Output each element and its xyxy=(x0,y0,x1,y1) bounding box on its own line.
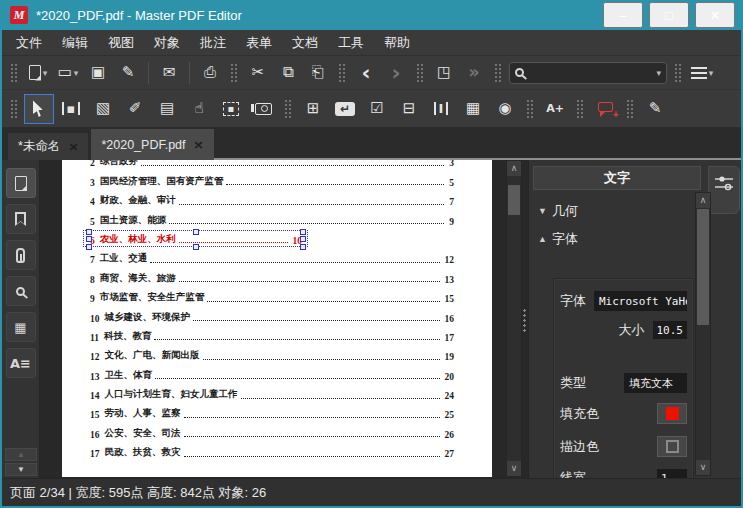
toc-row-13[interactable]: 13卫生、体育20 xyxy=(90,362,454,381)
checkbox-field-button[interactable]: ☑ xyxy=(362,94,392,124)
document-scrollbar[interactable]: ∧ ∨ xyxy=(506,160,522,477)
toc-row-15[interactable]: 15劳动、人事、监察25 xyxy=(90,401,454,420)
toolbar-drag-handle[interactable] xyxy=(626,99,634,119)
toc-row-17[interactable]: 17民政、扶贫、救灾27 xyxy=(90,440,454,459)
menu-item-6[interactable]: 文档 xyxy=(282,30,328,56)
section-geometry[interactable]: 几何 xyxy=(538,202,695,220)
scroll-down-icon[interactable]: ∨ xyxy=(696,460,710,475)
toc-row-5[interactable]: 5国土资源、能源9 xyxy=(90,207,454,226)
toc-row-8[interactable]: 8商贸、海关、旅游13 xyxy=(90,265,454,284)
back-button[interactable]: ‹ xyxy=(352,59,380,87)
sidebar-search-panel-button[interactable] xyxy=(6,276,36,306)
select-tool-button[interactable] xyxy=(24,94,54,124)
zoom-selection-button[interactable]: ◳ xyxy=(430,59,458,87)
edit-path-tool-button[interactable]: ✐ xyxy=(120,94,150,124)
stroke-color-button[interactable] xyxy=(657,436,687,457)
text-field-button[interactable]: I xyxy=(426,94,456,124)
selection-handle-ml[interactable] xyxy=(86,236,92,242)
menu-item-8[interactable]: 帮助 xyxy=(374,30,420,56)
menu-item-3[interactable]: 对象 xyxy=(144,30,190,56)
toc-row-12[interactable]: 12文化、广电、新闻出版19 xyxy=(90,343,454,362)
menu-item-4[interactable]: 批注 xyxy=(190,30,236,56)
new-document-button[interactable]: ▾ xyxy=(24,59,52,87)
toc-row-2[interactable]: 2综合政务3 xyxy=(90,160,454,168)
panel-scrollbar[interactable]: ∧ ∨ xyxy=(695,192,711,476)
tab-close-icon[interactable] xyxy=(194,138,204,151)
properties-tab[interactable] xyxy=(708,166,740,214)
document-tab-0[interactable]: *未命名 xyxy=(8,133,88,160)
scrollbar-thumb[interactable] xyxy=(697,209,709,325)
toolbar-drag-handle[interactable] xyxy=(674,63,682,83)
toc-row-14[interactable]: 14人口与计划生育、妇女儿童工作24 xyxy=(90,382,454,401)
forward-button[interactable]: › xyxy=(382,59,410,87)
listbox-field-button[interactable]: ▦ xyxy=(458,94,488,124)
font-size-input[interactable]: 10.5 xyxy=(653,321,688,339)
email-button[interactable]: ✉ xyxy=(155,59,183,87)
combobox-field-button[interactable]: ⊟ xyxy=(394,94,424,124)
line-width-input[interactable]: 1 xyxy=(657,469,687,478)
search-input[interactable] xyxy=(528,65,650,81)
minimize-button[interactable]: – xyxy=(603,2,643,28)
selection-handle-bl[interactable] xyxy=(86,244,92,250)
selection-handle-bm[interactable] xyxy=(193,244,199,250)
toc-row-4[interactable]: 4财政、金融、审计7 xyxy=(90,188,454,207)
hand-tool-button[interactable]: ☝ xyxy=(184,94,214,124)
selection-handle-tm[interactable] xyxy=(193,229,199,235)
toolbar-drag-handle[interactable] xyxy=(284,99,292,119)
edit-text-tool-button[interactable]: ▪ xyxy=(56,94,86,124)
selection-handle-tl[interactable] xyxy=(86,229,92,235)
dropdown-arrow-icon[interactable]: ▾ xyxy=(656,68,661,78)
toolbar-drag-handle[interactable] xyxy=(338,63,346,83)
sticky-note-tool-button[interactable] xyxy=(590,94,620,124)
section-font[interactable]: 字体 xyxy=(538,230,695,248)
scroll-up-icon[interactable]: ∧ xyxy=(696,193,710,208)
sidebar-pages-panel-button[interactable] xyxy=(6,168,36,198)
fill-color-button[interactable] xyxy=(657,403,687,424)
menu-item-7[interactable]: 工具 xyxy=(328,30,374,56)
next-view-button[interactable]: » xyxy=(460,59,488,87)
open-document-button[interactable]: ▭▾ xyxy=(54,59,82,87)
scroll-down-icon[interactable]: ∨ xyxy=(507,461,521,476)
close-button[interactable]: ✕ xyxy=(695,2,735,28)
toc-row-3[interactable]: 3国民经济管理、国有资产监管5 xyxy=(90,168,454,187)
toc-row-7[interactable]: 7工业、交通12 xyxy=(90,246,454,265)
paste-button[interactable]: ⎗ xyxy=(304,59,332,87)
menu-item-1[interactable]: 编辑 xyxy=(52,30,98,56)
select-area-tool-button[interactable]: ▪ xyxy=(216,94,246,124)
save-as-button[interactable]: ✎ xyxy=(114,59,142,87)
toolbar-drag-handle[interactable] xyxy=(494,63,502,83)
print-button[interactable]: ⎙ xyxy=(196,59,224,87)
copy-button[interactable]: ⧉ xyxy=(274,59,302,87)
highlight-tool-button[interactable]: ✎ xyxy=(640,94,670,124)
toolbar-drag-handle[interactable] xyxy=(10,99,18,119)
edit-image-tool-button[interactable]: ▧ xyxy=(88,94,118,124)
sidebar-attachments-panel-button[interactable] xyxy=(6,240,36,270)
toc-row-10[interactable]: 10城乡建设、环境保护16 xyxy=(90,304,454,323)
toolbar-drag-handle[interactable] xyxy=(526,99,534,119)
toc-row-9[interactable]: 9市场监管、安全生产监管15 xyxy=(90,285,454,304)
menu-item-0[interactable]: 文件 xyxy=(6,30,52,56)
sidebar-layers-panel-button[interactable]: ▦ xyxy=(6,312,36,342)
selection-handle-br[interactable] xyxy=(300,244,306,250)
sidebar-scroll-up-icon[interactable]: ▲ xyxy=(5,448,37,461)
selected-text-object[interactable]: 6农业、林业、水利10 xyxy=(90,233,302,246)
sidebar-forms-panel-button[interactable]: A≡ xyxy=(6,348,36,378)
selection-handle-tr[interactable] xyxy=(300,229,306,235)
text-type-select[interactable]: 填充文本 xyxy=(624,373,687,393)
toc-row-11[interactable]: 11科技、教育17 xyxy=(90,324,454,343)
add-text-annotation-button[interactable]: A+ xyxy=(540,94,570,124)
tab-close-icon[interactable] xyxy=(68,140,78,153)
toolbar-drag-handle[interactable] xyxy=(416,63,424,83)
toolbar-drag-handle[interactable] xyxy=(230,63,238,83)
toolbar-drag-handle[interactable] xyxy=(576,99,584,119)
font-family-select[interactable]: Microsoft YaHei xyxy=(594,291,687,311)
sidebar-scroll-down-icon[interactable]: ▼ xyxy=(5,463,37,476)
add-node-tool-button[interactable]: ⊞ xyxy=(298,94,328,124)
sidebar-bookmarks-panel-button[interactable] xyxy=(6,204,36,234)
radio-field-button[interactable]: ◉ xyxy=(490,94,520,124)
edit-forms-tool-button[interactable]: ▤ xyxy=(152,94,182,124)
scrollbar-thumb[interactable] xyxy=(508,185,520,215)
save-button[interactable]: ▣ xyxy=(84,59,112,87)
snapshot-tool-button[interactable] xyxy=(248,94,278,124)
cut-button[interactable]: ✂ xyxy=(244,59,272,87)
